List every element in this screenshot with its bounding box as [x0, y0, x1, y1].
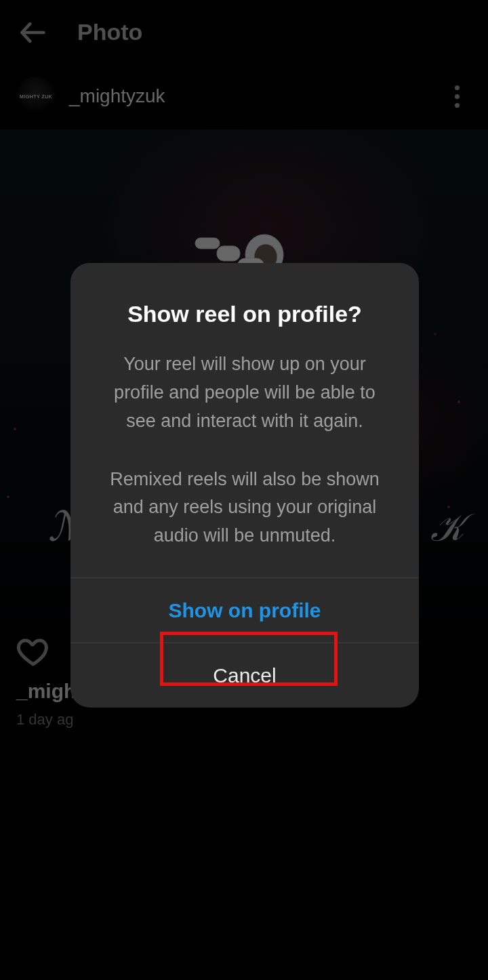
avatar-text: MIGHTY ZUK: [20, 94, 52, 99]
cancel-button[interactable]: Cancel: [70, 642, 419, 708]
dialog-paragraph-2: Remixed reels will also be shown and any…: [98, 466, 392, 551]
confirmation-dialog: Show reel on profile? Your reel will sho…: [70, 263, 419, 708]
dialog-title: Show reel on profile?: [98, 301, 392, 327]
show-on-profile-button[interactable]: Show on profile: [70, 577, 419, 642]
dialog-paragraph-1: Your reel will show up on your profile a…: [98, 350, 392, 436]
dialog-message: Your reel will show up on your profile a…: [98, 350, 392, 550]
